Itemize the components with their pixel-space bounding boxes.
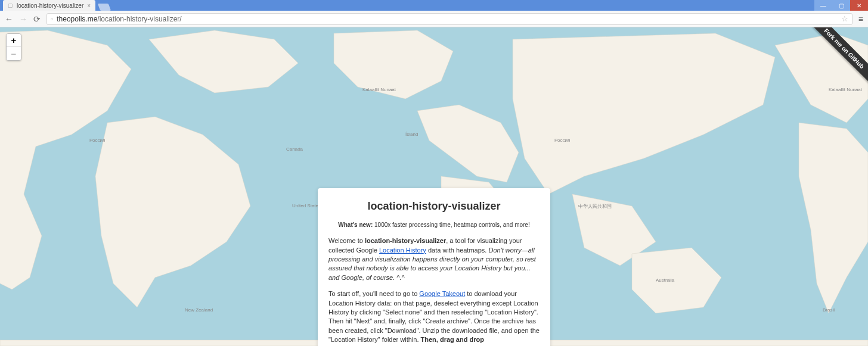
tab-strip: ▢ location-history-visualizer × — [0, 0, 110, 11]
window-controls: — ▢ ✕ — [814, 0, 868, 11]
map-label: Canada — [286, 146, 303, 152]
new-tab-button[interactable] — [98, 4, 111, 11]
zoom-control: + − — [6, 33, 21, 61]
reload-icon[interactable]: ⟳ — [33, 14, 41, 24]
browser-tab[interactable]: ▢ location-history-visualizer × — [3, 0, 95, 11]
tab-favicon: ▢ — [8, 2, 13, 8]
zoom-in-button[interactable]: + — [7, 34, 21, 47]
panel-title: location-history-visualizer — [328, 199, 540, 214]
map-viewport[interactable]: Kalaallit Nunaat Canada United States of… — [0, 27, 868, 346]
github-link[interactable]: Fork me on GitHub — [806, 27, 868, 86]
close-icon[interactable]: × — [87, 2, 91, 9]
zoom-out-button[interactable]: − — [7, 47, 21, 60]
map-label: Ísland — [405, 132, 418, 137]
intro-panel: location-history-visualizer What's new: … — [318, 188, 550, 346]
intro-paragraph: Welcome to location-history-visualizer, … — [328, 236, 540, 282]
map-label: Kalaallit Nunaat — [362, 87, 396, 92]
map-label: Brasil — [823, 307, 835, 313]
map-label: Australia — [656, 278, 674, 283]
back-icon[interactable]: ← — [5, 14, 13, 24]
maximize-button[interactable]: ▢ — [832, 0, 850, 11]
google-takeout-link[interactable]: Google Takeout — [419, 290, 465, 297]
map-label: Россия — [89, 138, 105, 143]
bookmark-icon[interactable]: ☆ — [841, 14, 848, 23]
tab-title: location-history-visualizer — [17, 2, 83, 9]
close-button[interactable]: ✕ — [850, 0, 868, 11]
whats-new: What's new: 1000x faster processing time… — [328, 221, 540, 229]
url-text: theopolis.me/location-history-visualizer… — [57, 15, 181, 23]
forward-icon[interactable]: → — [19, 14, 27, 24]
map-label: New Zealand — [185, 307, 213, 313]
address-bar[interactable]: ▫ theopolis.me/location-history-visualiz… — [46, 13, 852, 25]
browser-toolbar: ← → ⟳ ▫ theopolis.me/location-history-vi… — [0, 11, 868, 27]
location-history-link[interactable]: Location History — [379, 247, 426, 254]
github-ribbon: Fork me on GitHub — [802, 27, 868, 93]
instructions-paragraph: To start off, you'll need to go to Googl… — [328, 289, 540, 346]
map-label: Россия — [554, 138, 570, 143]
menu-icon[interactable]: ≡ — [858, 14, 863, 24]
page-icon: ▫ — [51, 15, 53, 23]
minimize-button[interactable]: — — [814, 0, 832, 11]
window-titlebar: ▢ location-history-visualizer × — ▢ ✕ — [0, 0, 868, 11]
map-label: 中华人民共和国 — [578, 203, 612, 210]
